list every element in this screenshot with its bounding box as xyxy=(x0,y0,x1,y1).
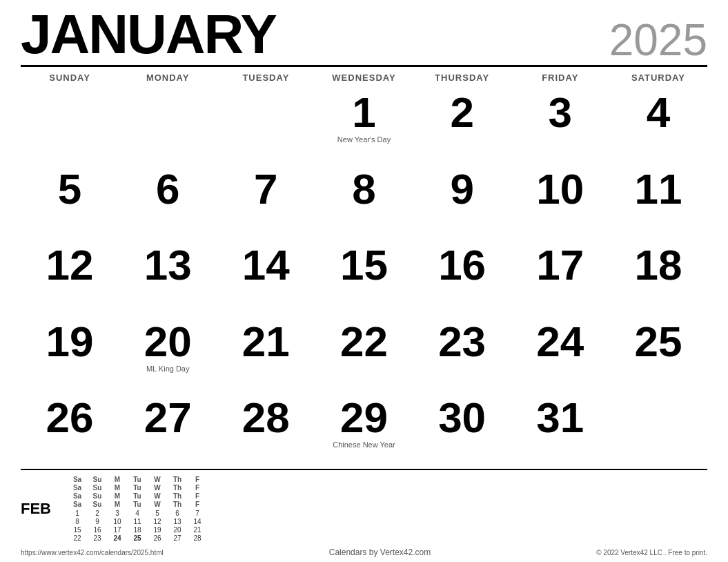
mini-day-header: F xyxy=(188,484,207,492)
mini-day-header: M xyxy=(108,501,127,508)
mini-day-number: 14 xyxy=(188,518,207,525)
day-number: 10 xyxy=(536,168,584,211)
mini-day-number: 1 xyxy=(68,510,87,517)
mini-day-header: Th xyxy=(168,484,187,492)
mini-day-number: 24 xyxy=(108,534,127,542)
day-number: 3 xyxy=(549,91,572,134)
calendar-cell: 5 xyxy=(21,164,119,240)
calendar-cell xyxy=(21,87,119,164)
calendar-container: JANUARY 2025 SUNDAY MONDAY TUESDAY WEDNE… xyxy=(0,0,728,562)
mini-day-number: 6 xyxy=(168,510,187,517)
mini-day-number: 18 xyxy=(128,526,147,534)
calendar-cell: 22 xyxy=(315,316,413,393)
mini-day-header: W xyxy=(148,476,167,483)
day-number: 15 xyxy=(340,244,388,287)
mini-day-header: M xyxy=(108,476,127,483)
day-number: 12 xyxy=(46,244,94,287)
day-number: 13 xyxy=(144,244,192,287)
calendar-cell: 18 xyxy=(609,240,707,316)
calendar-cell xyxy=(217,87,315,164)
mini-day-number: 13 xyxy=(168,518,187,525)
calendar-cell: 24 xyxy=(511,316,609,393)
mini-day-number: 2 xyxy=(88,510,107,517)
calendar-cell: 29Chinese New Year xyxy=(315,392,413,469)
day-number: 8 xyxy=(352,168,375,211)
calendar-cell: 13 xyxy=(119,240,217,316)
mini-day-number: 21 xyxy=(188,526,207,534)
calendar-cell: 26 xyxy=(21,392,119,469)
day-header-fri: FRIDAY xyxy=(511,70,609,86)
mini-day-header: Sa xyxy=(68,476,87,483)
calendar-cell: 12 xyxy=(21,240,119,316)
calendar-cell: 9 xyxy=(413,164,511,240)
mini-day-number: 25 xyxy=(128,534,147,542)
day-number: 7 xyxy=(254,168,277,211)
calendar-cell: 19 xyxy=(21,316,119,393)
footer-center: Calendars by Vertex42.com xyxy=(329,548,431,557)
day-header-sat: SATURDAY xyxy=(609,70,707,86)
day-number: 26 xyxy=(46,396,94,439)
calendar-cell: 17 xyxy=(511,240,609,316)
mini-day-header: Sa xyxy=(68,492,87,500)
mini-calendar-section: FEB SaSuMTuWThFSaSuMTuWThFSaSuMTuWThFSaS… xyxy=(21,469,707,545)
day-number: 1 xyxy=(352,91,375,134)
mini-day-header: Tu xyxy=(128,484,147,492)
mini-calendar-headers: SaSuMTuWThFSaSuMTuWThFSaSuMTuWThFSaSuMTu… xyxy=(68,476,707,508)
day-number: 30 xyxy=(438,396,486,439)
month-title: JANUARY xyxy=(21,7,276,62)
day-header-mon: MONDAY xyxy=(119,70,217,86)
mini-day-header: Tu xyxy=(128,476,147,483)
calendar-cell: 6 xyxy=(119,164,217,240)
mini-day-header: Tu xyxy=(128,501,147,508)
mini-day-number: 12 xyxy=(148,518,167,525)
calendar-cell: 2 xyxy=(413,87,511,164)
mini-day-header: F xyxy=(188,501,207,508)
mini-day-header: F xyxy=(188,476,207,483)
day-number: 23 xyxy=(438,320,486,363)
mini-month-label: FEB xyxy=(21,500,55,518)
calendar-cell: 11 xyxy=(609,164,707,240)
day-number: 4 xyxy=(647,91,670,134)
holiday-label: ML King Day xyxy=(146,365,190,373)
calendar-cell: 23 xyxy=(413,316,511,393)
day-number: 11 xyxy=(634,168,682,211)
mini-day-number: 3 xyxy=(108,510,127,517)
mini-day-number: 16 xyxy=(88,526,107,534)
mini-day-header: M xyxy=(108,484,127,492)
mini-day-header: Su xyxy=(88,484,107,492)
mini-day-header: W xyxy=(148,492,167,500)
calendar-cell: 14 xyxy=(217,240,315,316)
mini-day-number: 8 xyxy=(68,518,87,525)
day-number: 20 xyxy=(144,320,192,363)
mini-day-number: 22 xyxy=(68,534,87,542)
calendar-cell: 15 xyxy=(315,240,413,316)
calendar-grid: 1New Year's Day2345678910111213141516171… xyxy=(21,87,707,469)
day-number: 21 xyxy=(242,320,290,363)
calendar-cell: 4 xyxy=(609,87,707,164)
day-number: 28 xyxy=(242,396,290,439)
mini-day-number: 17 xyxy=(108,526,127,534)
header-divider xyxy=(21,65,707,67)
mini-day-number: 28 xyxy=(188,534,207,542)
mini-day-number: 23 xyxy=(88,534,107,542)
calendar-cell: 20ML King Day xyxy=(119,316,217,393)
day-number: 24 xyxy=(536,320,584,363)
mini-day-header: Su xyxy=(88,492,107,500)
mini-day-number: 4 xyxy=(128,510,147,517)
day-number: 6 xyxy=(156,168,179,211)
day-number: 31 xyxy=(536,396,584,439)
mini-day-number: 10 xyxy=(108,518,127,525)
day-number: 9 xyxy=(450,168,473,211)
day-number: 25 xyxy=(634,320,682,363)
year-title: 2025 xyxy=(609,18,707,62)
mini-calendar-days: 1234567891011121314151617181920212223242… xyxy=(68,510,707,542)
calendar-cell: 21 xyxy=(217,316,315,393)
mini-day-number: 11 xyxy=(128,518,147,525)
mini-day-header: F xyxy=(188,492,207,500)
mini-day-header: Th xyxy=(168,476,187,483)
calendar-cell: 31 xyxy=(511,392,609,469)
calendar-cell: 16 xyxy=(413,240,511,316)
mini-day-header: Tu xyxy=(128,492,147,500)
calendar-cell: 28 xyxy=(217,392,315,469)
mini-day-header: Su xyxy=(88,476,107,483)
